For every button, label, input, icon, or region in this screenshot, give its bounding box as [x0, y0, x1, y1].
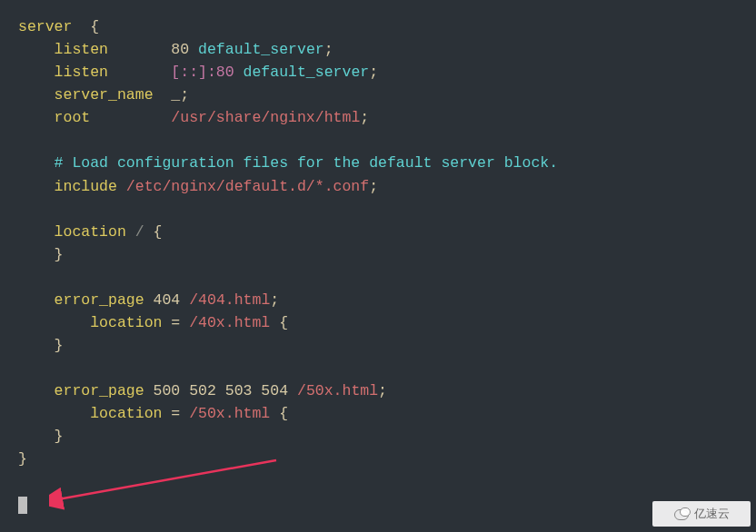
keyword-default-server: default_server: [198, 41, 324, 58]
root-path-value: /usr/share/nginx/html: [171, 109, 360, 126]
semicolon: ;: [270, 291, 279, 309]
brace-open: {: [279, 405, 288, 422]
brace-open: {: [154, 223, 163, 241]
keyword-location: location: [55, 223, 126, 241]
brace-open: {: [90, 18, 99, 35]
keyword-error-page: error_page: [55, 382, 144, 399]
keyword-server: server: [18, 18, 72, 35]
semicolon: ;: [180, 86, 189, 103]
keyword-listen: listen: [55, 64, 108, 81]
brace-close: }: [55, 246, 64, 263]
keyword-location: location: [90, 405, 162, 422]
keyword-default-server: default_server: [244, 64, 370, 81]
keyword-root: root: [55, 109, 91, 126]
keyword-error-page: error_page: [55, 291, 144, 309]
brace-open: {: [279, 314, 288, 331]
keyword-location: location: [90, 314, 162, 331]
semicolon: ;: [324, 41, 333, 58]
location-path-50x: /50x.html: [189, 405, 270, 422]
cursor: [18, 497, 27, 514]
location-path-40x: /40x.html: [189, 314, 270, 331]
semicolon: ;: [369, 178, 378, 195]
keyword-include: include: [55, 178, 117, 195]
semicolon: ;: [378, 382, 387, 399]
watermark-text: 亿速云: [694, 505, 730, 523]
semicolon: ;: [369, 64, 378, 81]
brace-close: }: [55, 428, 64, 445]
cloud-icon: [674, 507, 691, 520]
keyword-server-name: server_name: [55, 86, 154, 103]
ipv6-address: [::]:80: [171, 64, 234, 81]
watermark-badge: 亿速云: [652, 501, 751, 527]
equals-sign: =: [171, 405, 180, 422]
server-name-value: _: [171, 86, 180, 103]
error-code-404: 404: [154, 291, 181, 309]
keyword-listen: listen: [55, 41, 108, 58]
error-path-50x: /50x.html: [297, 382, 378, 399]
equals-sign: =: [171, 314, 180, 331]
brace-close: }: [55, 337, 64, 354]
location-path: /: [135, 223, 144, 241]
error-codes-5xx: 500 502 503 504: [154, 382, 289, 399]
include-path-value: /etc/nginx/default.d/*.conf: [126, 178, 369, 195]
port-value: 80: [171, 41, 189, 58]
brace-close: }: [18, 450, 27, 468]
error-path-404: /404.html: [189, 291, 270, 309]
comment-line: # Load configuration files for the defau…: [55, 154, 559, 172]
semicolon: ;: [360, 109, 369, 126]
code-block: server { listen 80 default_server; liste…: [0, 0, 756, 532]
